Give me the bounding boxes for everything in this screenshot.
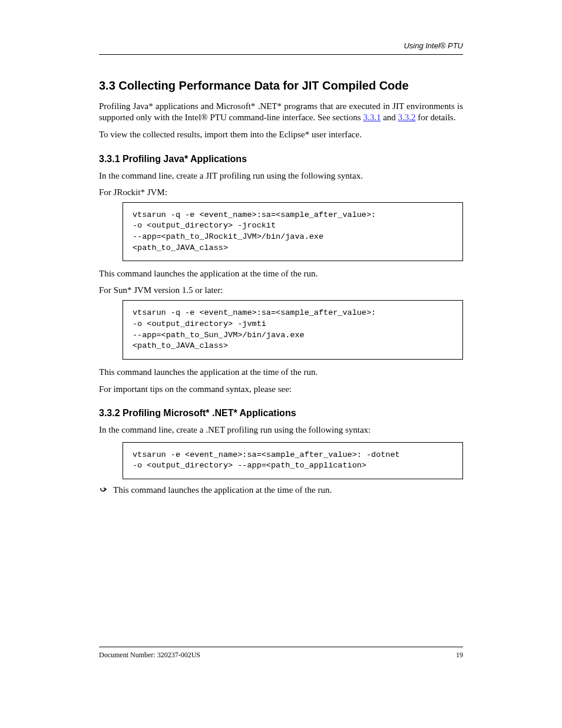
code-line: <path_to_JAVA_class>: [133, 341, 228, 350]
subsection-heading-dotnet: 3.3.2 Profiling Microsoft* .NET* Applica…: [99, 408, 463, 419]
under-box2-line1: This command launches the application at…: [99, 367, 463, 378]
code-line: --app=<path_to_Sun_JVM>/bin/java.exe: [133, 331, 305, 340]
dotnet-intro: In the command line, create a .NET profi…: [99, 424, 463, 436]
section-heading: 3.3 Collecting Performance Data for JIT …: [99, 79, 463, 93]
para1-part2: for details.: [416, 113, 456, 122]
section-paragraph-1: Profiling Java* applications and Microso…: [99, 101, 463, 123]
code-box-dotnet: vtsarun -e <event_name>:sa=<sample_after…: [123, 442, 463, 479]
footer-rule: [99, 647, 463, 647]
section-paragraph-2: To view the collected results, import th…: [99, 129, 463, 140]
code-line: -o <output_directory> --app=<path_to_app…: [133, 461, 366, 470]
header-section-title: Using Intel® PTU: [404, 41, 463, 50]
code-line: <path_to_JAVA_class>: [133, 243, 228, 252]
code-label-jrockit: For JRockit* JVM:: [99, 187, 463, 197]
code-line: --app=<path_to_JRockit_JVM>/bin/java.exe: [133, 232, 323, 241]
note-text: This command launches the application at…: [113, 485, 332, 495]
between-boxes-text: This command launches the application at…: [99, 268, 463, 279]
code-box-jrockit: vtsarun -q -e <event_name>:sa=<sample_af…: [123, 202, 463, 262]
link-3-3-2[interactable]: 3.3.2: [398, 113, 416, 122]
code-line: -o <output_directory> -jrockit: [133, 221, 276, 230]
code-line: vtsarun -e <event_name>:sa=<sample_after…: [133, 450, 400, 459]
link-3-3-1[interactable]: 3.3.1: [363, 113, 381, 122]
note-arrow-icon: [99, 486, 107, 495]
subsection-heading-java: 3.3.1 Profiling Java* Applications: [99, 154, 463, 164]
para1-mid: and: [381, 113, 398, 122]
footer-page-number: 19: [456, 651, 463, 660]
code-box-sun: vtsarun -q -e <event_name>:sa=<sample_af…: [123, 300, 463, 360]
code-label-sun: For Sun* JVM version 1.5 or later:: [99, 285, 463, 295]
code-line: -o <output_directory> -jvmti: [133, 319, 266, 328]
header-rule: [99, 54, 463, 55]
note-row: This command launches the application at…: [99, 485, 463, 495]
java-intro: In the command line, create a JIT profil…: [99, 170, 463, 182]
code-line: vtsarun -q -e <event_name>:sa=<sample_af…: [133, 308, 376, 317]
code-line: vtsarun -q -e <event_name>:sa=<sample_af…: [133, 210, 376, 219]
under-box2-line2: For important tips on the command syntax…: [99, 384, 463, 395]
footer-doc-number: Document Number: 320237-002US: [99, 651, 200, 660]
page-content: 3.3 Collecting Performance Data for JIT …: [99, 68, 463, 495]
